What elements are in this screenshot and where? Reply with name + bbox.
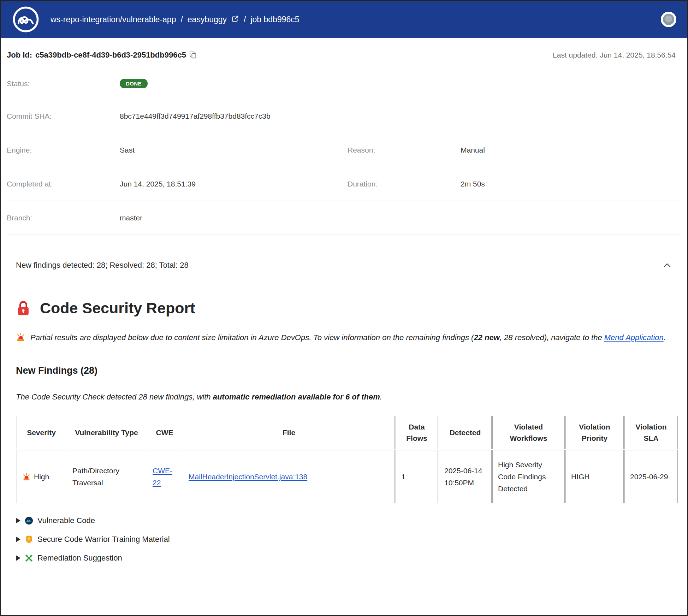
- file-link[interactable]: MailHeaderInjectionServlet.java:138: [189, 473, 307, 481]
- column-header-data-flows: Data Flows: [396, 416, 438, 449]
- new-findings-heading: New Findings (28): [16, 365, 672, 376]
- status-row: Status: DONE: [7, 68, 681, 99]
- findings-table: Severity Vulnerability Type CWE File Dat…: [16, 415, 678, 504]
- column-header-file: File: [183, 416, 395, 449]
- expand-triangle-icon: [16, 518, 20, 523]
- findings-summary-bar[interactable]: New findings detected: 28; Resolved: 28;…: [1, 250, 687, 279]
- alert-siren-icon: [16, 332, 25, 342]
- column-header-violation-sla: Violation SLA: [624, 416, 678, 449]
- job-id-label: Job Id:: [7, 51, 32, 60]
- expand-triangle-icon: [16, 537, 20, 542]
- job-details-section: Job Id: c5a39bdb-ce8f-4d39-b6d3-2951bdb9…: [1, 38, 687, 235]
- expander-label: Secure Code Warrior Training Material: [37, 535, 170, 544]
- column-header-cwe: CWE: [147, 416, 182, 449]
- duration-label: Duration:: [348, 180, 461, 188]
- violation-priority-cell: HIGH: [565, 450, 624, 503]
- report-title-text: Code Security Report: [40, 300, 195, 317]
- chevron-up-icon: [664, 263, 671, 268]
- notice-text-3: .: [664, 333, 666, 342]
- duration-value: 2m 50s: [461, 180, 681, 188]
- table-row: High Path/Directory Traversal CWE-22 Mai…: [17, 450, 678, 503]
- column-header-vulnerability-type: Vulnerability Type: [67, 416, 146, 449]
- vulnerability-type-cell: Path/Directory Traversal: [67, 450, 146, 503]
- job-id-row: Job Id: c5a39bdb-ce8f-4d39-b6d3-2951bdb9…: [7, 38, 681, 68]
- detected-summary-bold: automatic remediation available for 6 of…: [213, 392, 380, 401]
- external-link-icon[interactable]: [231, 16, 239, 23]
- expander-training-material[interactable]: Secure Code Warrior Training Material: [16, 535, 672, 544]
- completed-at-value: Jun 14, 2025, 18:51:39: [120, 180, 348, 188]
- breadcrumb-job: job bdb996c5: [250, 15, 299, 24]
- user-avatar[interactable]: [661, 12, 676, 27]
- breadcrumb-repo[interactable]: ws-repo-integration/vulnerable-app: [51, 15, 176, 24]
- commit-row: Commit SHA: 8bc71e449ff3d749917af298ffb3…: [7, 99, 681, 133]
- page: ws-repo-integration/vulnerable-app / eas…: [1, 1, 687, 572]
- detected-summary-text-1: The Code Security Check detected 28 new …: [16, 392, 213, 401]
- expander-label: Vulnerable Code: [37, 516, 95, 525]
- reason-label: Reason:: [348, 146, 461, 154]
- job-id: Job Id: c5a39bdb-ce8f-4d39-b6d3-2951bdb9…: [7, 51, 197, 60]
- detected-summary-text-2: .: [380, 392, 382, 401]
- column-header-detected: Detected: [439, 416, 492, 449]
- status-label: Status:: [7, 79, 120, 88]
- notice-text-2: , 28 resolved), navigate to the: [500, 333, 604, 342]
- completed-at-label: Completed at:: [7, 180, 120, 188]
- engine-row: Engine: Sast Reason: Manual: [7, 133, 681, 167]
- severity-value: High: [34, 471, 49, 483]
- violated-workflows-cell: High Severity Code Findings Detected: [492, 450, 565, 503]
- mend-logo-icon[interactable]: [12, 5, 40, 34]
- tools-icon: [25, 554, 33, 562]
- column-header-violation-priority: Violation Priority: [565, 416, 624, 449]
- top-navigation-bar: ws-repo-integration/vulnerable-app / eas…: [1, 1, 687, 38]
- copy-icon: [189, 51, 197, 59]
- copy-job-id-button[interactable]: [189, 51, 197, 59]
- breadcrumb-project[interactable]: easybuggy: [188, 15, 227, 24]
- lock-icon: [16, 300, 31, 316]
- collapse-section-button[interactable]: [662, 261, 672, 269]
- cwe-link[interactable]: CWE-22: [153, 467, 172, 487]
- job-id-value: c5a39bdb-ce8f-4d39-b6d3-2951bdb996c5: [35, 51, 186, 60]
- finding-detail-expanders: Vulnerable Code Secure Code Warrior Trai…: [16, 516, 672, 572]
- data-flows-cell: 1: [396, 450, 438, 503]
- detected-cell: 2025-06-14 10:50PM: [439, 450, 492, 503]
- branch-value: master: [120, 214, 348, 222]
- violation-sla-cell: 2025-06-29: [624, 450, 678, 503]
- partial-results-notice: Partial results are displayed below due …: [16, 331, 672, 344]
- severity-cell: High: [17, 450, 66, 503]
- expand-triangle-icon: [16, 555, 20, 561]
- high-severity-siren-icon: [22, 473, 31, 481]
- commit-sha-label: Commit SHA:: [7, 112, 120, 120]
- column-header-severity: Severity: [17, 416, 66, 449]
- last-updated: Last updated: Jun 14, 2025, 18:56:54: [553, 51, 681, 59]
- mend-application-link[interactable]: Mend Application: [604, 333, 664, 342]
- expander-label: Remediation Suggestion: [37, 553, 122, 563]
- table-header-row: Severity Vulnerability Type CWE File Dat…: [17, 416, 678, 449]
- file-cell: MailHeaderInjectionServlet.java:138: [183, 450, 395, 503]
- cwe-cell: CWE-22: [147, 450, 182, 503]
- branch-row: Branch: master: [7, 201, 681, 235]
- findings-summary-text: New findings detected: 28; Resolved: 28;…: [16, 261, 189, 270]
- shield-icon: [25, 535, 33, 544]
- breadcrumb: ws-repo-integration/vulnerable-app / eas…: [51, 15, 299, 24]
- breadcrumb-separator: /: [180, 15, 183, 24]
- report-title: Code Security Report: [16, 300, 672, 317]
- commit-sha-value: 8bc71e449ff3d749917af298ffb37bd83fcc7c3b: [120, 112, 348, 120]
- branch-label: Branch:: [7, 214, 120, 222]
- code-security-report: Code Security Report Partial results are…: [1, 300, 687, 572]
- engine-value: Sast: [120, 146, 348, 154]
- expander-vulnerable-code[interactable]: Vulnerable Code: [16, 516, 672, 525]
- notice-text-1: Partial results are displayed below due …: [30, 333, 474, 342]
- expander-remediation-suggestion[interactable]: Remediation Suggestion: [16, 553, 672, 563]
- completed-row: Completed at: Jun 14, 2025, 18:51:39 Dur…: [7, 167, 681, 201]
- engine-label: Engine:: [7, 146, 120, 154]
- mend-logo-icon: [25, 516, 33, 525]
- column-header-violated-workflows: Violated Workflows: [492, 416, 565, 449]
- notice-bold: 22 new: [474, 333, 499, 342]
- status-badge: DONE: [120, 79, 148, 88]
- detected-summary: The Code Security Check detected 28 new …: [16, 392, 672, 402]
- reason-value: Manual: [461, 146, 681, 154]
- breadcrumb-separator: /: [244, 15, 246, 24]
